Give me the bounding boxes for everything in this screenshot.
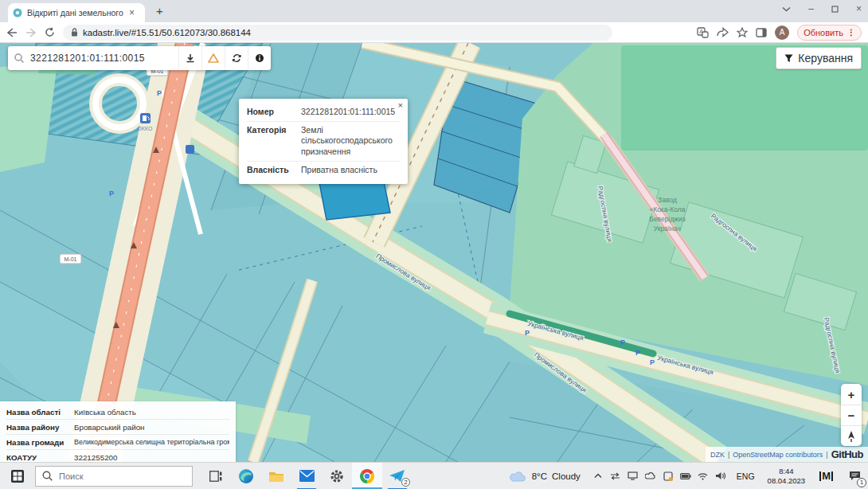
back-icon[interactable]: [6, 28, 18, 37]
taskbar-edge[interactable]: [231, 463, 261, 489]
language-indicator[interactable]: ENG: [730, 471, 761, 481]
info-row: Назва району Броварський район: [6, 419, 229, 434]
weather-temp: 8°C: [532, 471, 547, 481]
notification-center-button[interactable]: 1: [841, 463, 868, 489]
gear-icon: [330, 469, 344, 483]
popup-row: Номер 3221281201:01:111:0015: [247, 104, 400, 121]
popup-row: Категорія Землі сільськогосподарського п…: [247, 121, 400, 161]
profile-avatar[interactable]: A: [775, 25, 789, 40]
tab-search-chevron-icon[interactable]: [782, 6, 791, 12]
region-info-panel: Назва області Київська область Назва рай…: [0, 401, 236, 469]
window-close-icon[interactable]: ×: [856, 3, 862, 14]
svg-text:M-01: M-01: [65, 256, 77, 262]
taskbar-mail[interactable]: [291, 463, 322, 489]
m-app-icon[interactable]: M: [811, 470, 841, 482]
download-button[interactable]: [178, 46, 201, 70]
popup-row: Власність Приватна власність: [247, 161, 400, 179]
taskbar-file-explorer[interactable]: [261, 463, 291, 489]
refresh-button[interactable]: [225, 46, 248, 70]
lock-icon: [71, 28, 78, 37]
svg-text:Завод: Завод: [658, 196, 677, 204]
new-tab-icon[interactable]: +: [156, 5, 163, 17]
popup-close-icon[interactable]: ×: [398, 100, 403, 110]
search-icon: [42, 471, 53, 481]
zoom-in-button[interactable]: +: [841, 384, 862, 405]
info-button[interactable]: [248, 46, 271, 70]
osm-link[interactable]: OpenStreetMap contributors: [733, 451, 823, 459]
reload-icon[interactable]: [45, 27, 55, 37]
browser-tab[interactable]: Відкриті дані земельного кадас ×: [8, 3, 145, 22]
task-view-icon: [209, 471, 222, 482]
mail-icon: [299, 470, 315, 482]
windows-logo-icon: [11, 470, 24, 483]
app-tray-icon[interactable]: [662, 470, 674, 483]
task-view-button[interactable]: [201, 463, 231, 489]
map-canvas[interactable]: M-01 M-01 OKKO P P P P P P Промислова ву…: [0, 43, 868, 462]
onedrive-cloud-icon[interactable]: [644, 470, 657, 483]
chrome-icon: [359, 468, 375, 484]
browser-update-button[interactable]: Обновить ⋮: [797, 25, 862, 41]
search-input[interactable]: [30, 53, 178, 64]
zoom-out-button[interactable]: −: [841, 405, 862, 425]
taskbar-clock[interactable]: 8:44 08.04.2023: [761, 467, 812, 486]
taskbar-weather[interactable]: 8°C Cloudy: [502, 471, 588, 482]
svg-text:P: P: [109, 190, 114, 198]
warning-button[interactable]: [201, 46, 225, 70]
dzk-link[interactable]: DZK: [710, 451, 725, 459]
taskbar-settings[interactable]: [322, 463, 352, 489]
weather-condition: Cloudy: [552, 471, 581, 481]
browser-toolbar: kadastr.live/#15.51/50.612073/30.868144 …: [0, 22, 868, 43]
github-link[interactable]: GitHub: [831, 448, 863, 460]
start-button[interactable]: [0, 463, 35, 489]
edge-icon: [238, 468, 254, 484]
svg-text:«Кока-Кола: «Кока-Кола: [649, 205, 685, 213]
tab-close-icon[interactable]: ×: [129, 8, 135, 18]
window-minimize-icon[interactable]: –: [808, 3, 814, 14]
battery-icon[interactable]: [679, 470, 692, 483]
svg-text:OKKO: OKKO: [138, 126, 153, 131]
manage-button[interactable]: Керування: [776, 47, 862, 69]
svg-text:Україна»: Україна»: [654, 225, 682, 233]
taskbar-search-input[interactable]: [59, 471, 170, 481]
taskbar: 2 8°C Cloudy: [0, 462, 868, 489]
notification-badge: 1: [857, 478, 866, 487]
address-bar[interactable]: kadastr.live/#15.51/50.612073/30.868144: [63, 25, 612, 41]
menu-kebab-icon[interactable]: ⋮: [847, 28, 855, 37]
sync-arrows-icon[interactable]: [609, 470, 622, 483]
taskbar-telegram[interactable]: 2: [382, 463, 412, 489]
tab-title: Відкриті дані земельного кадас: [27, 8, 124, 18]
share-icon[interactable]: [717, 27, 729, 37]
bookmark-star-icon[interactable]: [737, 27, 748, 37]
svg-text:P: P: [525, 329, 530, 337]
url-text: kadastr.live/#15.51/50.612073/30.868144: [83, 28, 251, 37]
translate-icon[interactable]: A: [697, 27, 709, 38]
clock-date: 08.04.2023: [768, 476, 806, 486]
taskbar-chrome[interactable]: [352, 463, 382, 489]
telegram-badge: 2: [401, 478, 410, 487]
side-panel-icon[interactable]: [756, 28, 767, 37]
map-attribution: DZK | OpenStreetMap contributors | GitHu…: [706, 447, 868, 462]
forward-icon[interactable]: [25, 28, 37, 37]
folder-icon: [268, 470, 284, 483]
screen: M-01 M-01 OKKO P P P P P P Промислова ву…: [0, 0, 868, 489]
svg-text:P: P: [157, 89, 162, 97]
weather-cloud-icon: [510, 471, 527, 482]
search-icon: [14, 53, 24, 63]
info-row: Назва області Київська область: [6, 405, 229, 419]
tray-expand-chevron-icon[interactable]: [592, 470, 604, 483]
svg-text:P: P: [620, 338, 625, 346]
system-tray: [588, 470, 730, 483]
speaker-icon[interactable]: [714, 470, 727, 483]
compass-button[interactable]: [841, 425, 862, 446]
window-maximize-icon[interactable]: [831, 6, 839, 13]
tab-favicon: [13, 8, 22, 18]
poi-icon[interactable]: [186, 145, 194, 154]
info-row: Назва громади Великодимерська селищна те…: [6, 434, 229, 449]
filter-icon: [784, 54, 793, 63]
taskbar-search-box[interactable]: [35, 466, 193, 487]
network-wifi-icon[interactable]: [697, 470, 710, 483]
svg-text:P: P: [635, 349, 640, 357]
cadastre-search: [8, 46, 271, 70]
clock-time: 8:44: [768, 467, 806, 476]
display-icon[interactable]: [627, 470, 639, 483]
